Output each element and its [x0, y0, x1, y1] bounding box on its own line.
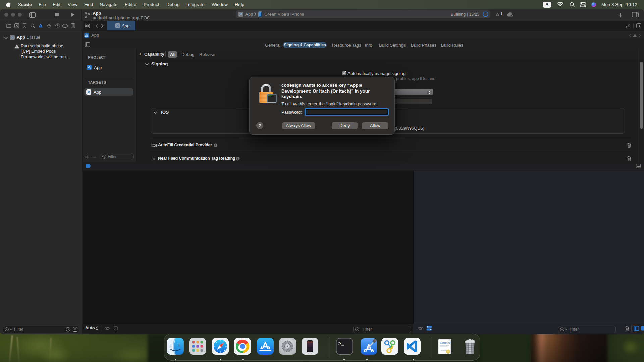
svg-text:>_: >_ [338, 341, 344, 346]
svg-text:Certified: Certified [440, 341, 450, 344]
